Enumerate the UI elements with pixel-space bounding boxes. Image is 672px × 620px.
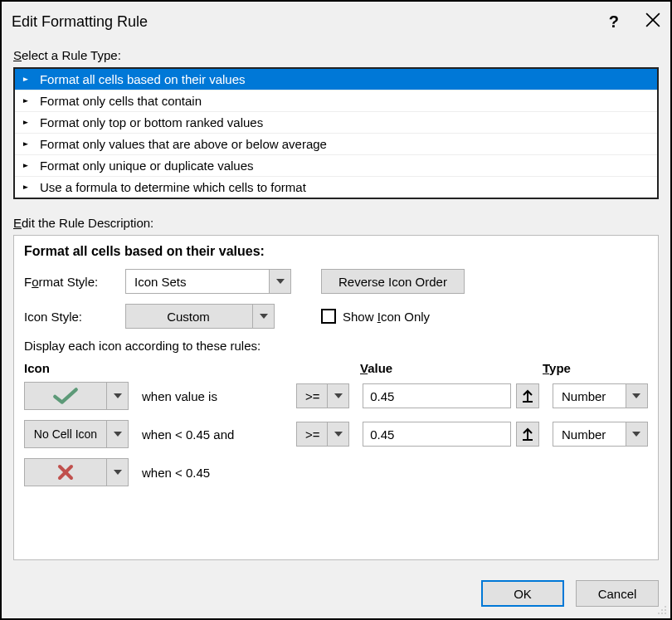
format-style-select[interactable]: Icon Sets	[125, 269, 291, 294]
rule-type-list[interactable]: Format all cells based on their values F…	[13, 67, 659, 199]
svg-point-8	[665, 606, 666, 608]
when-text-2: when < 0.45 and	[142, 427, 291, 442]
header-value: Value	[360, 361, 543, 375]
no-cell-icon: No Cell Icon	[24, 420, 107, 448]
svg-point-11	[658, 613, 660, 614]
chevron-down-icon	[107, 382, 129, 410]
icon-picker-1[interactable]	[24, 382, 129, 410]
rule-type-item-4[interactable]: Format only unique or duplicate values	[15, 155, 657, 177]
type-select-1[interactable]: Number	[553, 383, 648, 408]
close-icon[interactable]	[645, 12, 660, 32]
format-style-label: Format Style:	[24, 275, 115, 289]
svg-point-12	[661, 613, 663, 614]
when-text-1: when value is	[142, 389, 291, 403]
operator-select-2[interactable]: >=	[296, 422, 349, 447]
rule-type-item-1[interactable]: Format only cells that contain	[15, 90, 657, 112]
rule-type-item-3[interactable]: Format only values that are above or bel…	[15, 134, 657, 155]
rules-header-row: Icon Value Type	[24, 361, 648, 375]
chevron-down-icon	[327, 384, 348, 408]
select-rule-type-label: Select a Rule Type:	[13, 48, 659, 62]
rule-row-2: No Cell Icon when < 0.45 and >= 0.45 Num…	[24, 420, 648, 448]
rule-type-item-2[interactable]: Format only top or bottom ranked values	[15, 112, 657, 134]
rule-type-item-5[interactable]: Use a formula to determine which cells t…	[15, 177, 657, 198]
display-rules-text: Display each icon according to these rul…	[24, 339, 648, 353]
chevron-down-icon	[626, 422, 647, 446]
chevron-down-icon	[252, 305, 274, 328]
resize-grip-icon[interactable]	[655, 603, 667, 615]
chevron-down-icon	[269, 270, 290, 293]
ok-button[interactable]: OK	[481, 580, 564, 607]
value-input-2[interactable]: 0.45	[363, 422, 511, 447]
checkbox-icon	[321, 309, 336, 324]
svg-point-9	[661, 609, 663, 611]
header-type: Type	[543, 361, 648, 375]
header-icon: Icon	[24, 361, 360, 375]
rule-row-1: when value is >= 0.45 Number	[24, 382, 648, 410]
show-icon-only-label: Show Icon Only	[343, 310, 430, 324]
rule-type-item-0[interactable]: Format all cells based on their values	[15, 69, 657, 90]
green-check-icon	[24, 382, 107, 410]
collapse-dialog-icon[interactable]	[516, 422, 539, 447]
chevron-down-icon	[626, 384, 647, 408]
chevron-down-icon	[107, 420, 129, 448]
svg-point-10	[665, 609, 666, 611]
icon-style-label: Icon Style:	[24, 310, 115, 324]
operator-select-1[interactable]: >=	[296, 383, 349, 408]
dialog-footer: OK Cancel	[2, 572, 670, 618]
rule-description-panel: Format all cells based on their values: …	[13, 235, 659, 560]
dialog-title: Edit Formatting Rule	[12, 13, 609, 31]
svg-point-13	[665, 613, 666, 614]
show-icon-only-checkbox[interactable]: Show Icon Only	[321, 309, 430, 324]
edit-rule-description-label: Edit the Rule Description:	[13, 216, 659, 230]
icon-picker-3[interactable]	[24, 458, 129, 486]
chevron-down-icon	[327, 422, 348, 446]
titlebar: Edit Formatting Rule ?	[2, 2, 670, 41]
red-x-icon	[24, 458, 107, 486]
value-input-1[interactable]: 0.45	[363, 383, 511, 408]
reverse-icon-order-button[interactable]: Reverse Icon Order	[321, 269, 465, 294]
icon-style-select[interactable]: Custom	[125, 304, 275, 329]
icon-picker-2[interactable]: No Cell Icon	[24, 420, 129, 448]
chevron-down-icon	[107, 458, 129, 486]
cancel-button[interactable]: Cancel	[576, 580, 659, 607]
collapse-dialog-icon[interactable]	[516, 383, 539, 408]
type-select-2[interactable]: Number	[553, 422, 648, 447]
rule-row-3: when < 0.45	[24, 458, 648, 486]
edit-formatting-rule-dialog: Edit Formatting Rule ? Select a Rule Typ…	[0, 0, 672, 620]
when-text-3: when < 0.45	[142, 466, 210, 480]
panel-title: Format all cells based on their values:	[24, 244, 648, 259]
help-icon[interactable]: ?	[609, 12, 619, 32]
